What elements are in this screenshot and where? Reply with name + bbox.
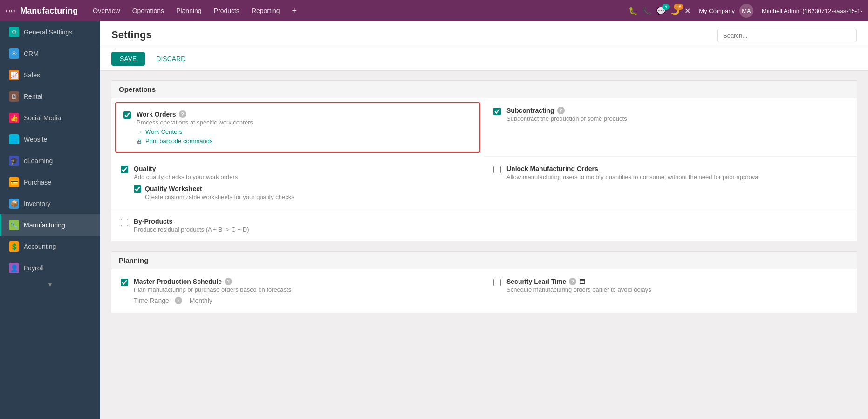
elearning-icon: 🎓 [9,156,19,166]
unlock-manufacturing-checkbox[interactable] [493,166,501,173]
subcontracting-title: Subcontracting ? [506,107,627,114]
sidebar-label-website: Website [24,136,47,143]
quality-title: Quality [134,165,294,172]
purchase-icon: 💳 [9,177,19,187]
unlock-manufacturing-title: Unlock Manufacturing Orders [506,165,759,172]
planning-section-header: Planning [111,251,857,269]
sidebar-label-purchase: Purchase [24,179,51,186]
add-nav-icon[interactable]: + [287,6,302,16]
save-button[interactable]: SAVE [111,52,145,66]
sidebar-item-payroll[interactable]: 👤 Payroll [0,257,100,279]
main-content: Settings SAVE DISCARD Operations Work O [100,21,868,419]
company-name[interactable]: My Company [699,7,735,14]
phone-icon[interactable]: 📞 [642,7,652,15]
unlock-manufacturing-text: Unlock Manufacturing Orders Allow manufa… [506,165,759,180]
master-production-schedule-text: Master Production Schedule ? Plan manufa… [134,278,291,304]
rental-icon: 🖥 [9,91,19,102]
quality-checkbox[interactable] [121,166,128,173]
avatar[interactable]: MA [739,4,753,18]
subcontracting-text: Subcontracting ? Subcontract the product… [506,107,627,122]
nav-reporting[interactable]: Reporting [247,7,285,14]
quality-worksheet-sub: Quality Worksheet Create customizable wo… [134,185,294,200]
quality-text: Quality Add quality checks to your work … [134,165,294,200]
sidebar-label-manufacturing: Manufacturing [24,221,65,229]
crm-icon: 👁 [9,48,19,59]
master-production-schedule-checkbox[interactable] [121,279,128,286]
sidebar-label-social-media: Social Media [24,114,61,122]
sidebar-item-accounting[interactable]: 💲 Accounting [0,236,100,257]
work-orders-setting: Work Orders ? Process operations at spec… [115,102,480,153]
master-production-schedule-setting: Master Production Schedule ? Plan manufa… [111,269,484,313]
time-range-help-icon[interactable]: ? [175,297,182,304]
quality-worksheet-title: Quality Worksheet [145,185,294,192]
quality-worksheet-checkbox[interactable] [134,185,141,193]
payroll-icon: 👤 [9,263,19,273]
top-navigation: ▫▫▫ Manufacturing Overview Operations Pl… [0,0,868,21]
subcontracting-help-icon[interactable]: ? [557,107,565,114]
sidebar-item-purchase[interactable]: 💳 Purchase [0,172,100,193]
nav-planning[interactable]: Planning [171,7,206,14]
toolbar: SAVE DISCARD [100,47,868,71]
sidebar-item-elearning[interactable]: 🎓 eLearning [0,150,100,172]
sidebar-label-inventory: Inventory [24,200,51,207]
nav-icons: 🐛 📞 💬 5 🌙 28 ✕ My Company MA Mitchell Ad… [629,4,862,18]
sidebar-item-social-media[interactable]: 👍 Social Media [0,107,100,129]
app-grid-icon[interactable]: ▫▫▫ [6,6,15,16]
bug-icon[interactable]: 🐛 [629,7,638,15]
security-lead-time-desc: Schedule manufacturing orders earlier to… [506,286,651,293]
security-lead-time-help-icon[interactable]: ? [569,278,576,285]
by-products-title: By-Products [134,218,249,225]
sidebar-item-crm[interactable]: 👁 CRM [0,43,100,64]
operations-grid: Work Orders ? Process operations at spec… [111,98,857,242]
search-input[interactable] [717,29,857,42]
settings-header: Settings [100,21,868,47]
messages-icon[interactable]: 💬 5 [656,7,666,15]
sidebar-item-general-settings[interactable]: ⚙ General Settings [0,21,100,43]
operations-section-header: Operations [111,80,857,98]
subcontracting-checkbox[interactable] [493,108,501,115]
nav-operations[interactable]: Operations [128,7,169,14]
discard-button[interactable]: DISCARD [150,52,191,66]
activity-badge: 28 [674,4,683,10]
activity-icon[interactable]: 🌙 28 [670,7,680,15]
work-centers-link[interactable]: → Work Centers [137,128,253,135]
by-products-text: By-Products Produce residual products (A… [134,218,249,233]
sidebar-item-sales[interactable]: 📈 Sales [0,64,100,86]
unlock-manufacturing-setting: Unlock Manufacturing Orders Allow manufa… [484,157,857,209]
master-production-help-icon[interactable]: ? [225,278,232,285]
by-products-checkbox[interactable] [121,219,128,226]
master-production-schedule-desc: Plan manufacturing or purchase orders ba… [134,286,291,293]
sidebar-item-inventory[interactable]: 📦 Inventory [0,193,100,214]
work-orders-text: Work Orders ? Process operations at spec… [137,110,253,144]
user-info[interactable]: Mitchell Admin (16230712-saas-15-1- [762,7,862,14]
sidebar-item-website[interactable]: 🌐 Website [0,129,100,150]
accounting-icon: 💲 [9,241,19,252]
work-orders-checkbox[interactable] [123,111,131,119]
work-centers-arrow-icon: → [137,128,143,135]
scroll-indicator: ▼ [0,279,100,291]
sidebar-label-general-settings: General Settings [24,28,72,36]
nav-overview[interactable]: Overview [88,7,124,14]
master-production-schedule-title: Master Production Schedule ? [134,278,291,285]
by-products-setting: By-Products Produce residual products (A… [111,209,484,242]
planning-grid: Master Production Schedule ? Plan manufa… [111,269,857,313]
work-orders-help-icon[interactable]: ? [179,110,186,118]
sidebar-label-crm: CRM [24,50,39,57]
nav-products[interactable]: Products [209,7,244,14]
close-icon[interactable]: ✕ [684,7,690,15]
sidebar-label-sales: Sales [24,71,40,79]
sales-icon: 📈 [9,70,19,80]
sidebar-item-manufacturing[interactable]: 🔧 Manufacturing [0,214,100,236]
security-lead-time-text: Security Lead Time ? 🗔 Schedule manufact… [506,278,651,293]
app-name: Manufacturing [20,6,78,16]
work-orders-title: Work Orders ? [137,110,253,118]
quality-desc: Add quality checks to your work orders [134,173,294,180]
unlock-manufacturing-desc: Allow manufacturing users to modify quan… [506,173,759,180]
time-range-sub: Time Range ? Monthly [134,297,291,304]
work-orders-desc: Process operations at specific work cent… [137,119,253,126]
print-barcode-link[interactable]: 🖨 Print barcode commands [137,137,253,144]
quality-worksheet-text: Quality Worksheet Create customizable wo… [145,185,294,200]
sidebar-label-accounting: Accounting [24,243,56,250]
sidebar-item-rental[interactable]: 🖥 Rental [0,86,100,107]
security-lead-time-checkbox[interactable] [493,279,501,286]
